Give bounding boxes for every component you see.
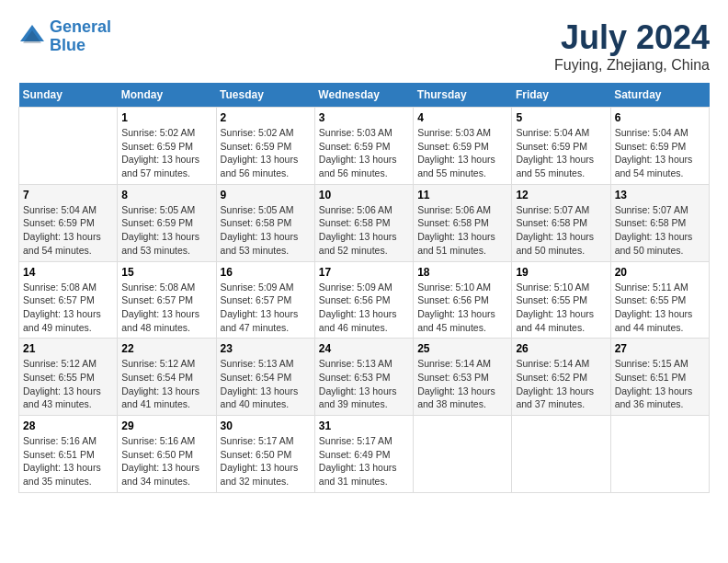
day-number: 19 [516, 266, 606, 279]
calendar-cell: 29Sunrise: 5:16 AM Sunset: 6:50 PM Dayli… [118, 416, 216, 493]
title-block: July 2024 Fuying, Zhejiang, China [554, 18, 710, 74]
day-number: 6 [615, 111, 705, 124]
calendar-cell: 15Sunrise: 5:08 AM Sunset: 6:57 PM Dayli… [118, 261, 216, 339]
calendar-cell: 3Sunrise: 5:03 AM Sunset: 6:59 PM Daylig… [314, 108, 413, 185]
day-info: Sunrise: 5:17 AM Sunset: 6:49 PM Dayligh… [319, 434, 409, 488]
day-info: Sunrise: 5:10 AM Sunset: 6:56 PM Dayligh… [417, 281, 507, 335]
day-number: 9 [221, 189, 311, 201]
day-info: Sunrise: 5:09 AM Sunset: 6:56 PM Dayligh… [319, 281, 409, 335]
calendar-cell: 5Sunrise: 5:04 AM Sunset: 6:59 PM Daylig… [512, 108, 610, 185]
logo: General Blue [18, 18, 111, 55]
day-number: 14 [23, 266, 113, 279]
calendar-week-5: 28Sunrise: 5:16 AM Sunset: 6:51 PM Dayli… [19, 416, 710, 493]
calendar-cell: 25Sunrise: 5:14 AM Sunset: 6:53 PM Dayli… [414, 339, 512, 416]
day-number: 7 [23, 189, 113, 201]
day-info: Sunrise: 5:07 AM Sunset: 6:58 PM Dayligh… [615, 203, 705, 258]
calendar-cell: 2Sunrise: 5:02 AM Sunset: 6:59 PM Daylig… [216, 108, 314, 185]
day-info: Sunrise: 5:02 AM Sunset: 6:59 PM Dayligh… [121, 126, 211, 180]
day-number: 13 [615, 189, 705, 201]
calendar-cell: 1Sunrise: 5:02 AM Sunset: 6:59 PM Daylig… [118, 108, 216, 185]
day-info: Sunrise: 5:08 AM Sunset: 6:57 PM Dayligh… [23, 281, 113, 335]
calendar-cell: 7Sunrise: 5:04 AM Sunset: 6:59 PM Daylig… [19, 184, 118, 261]
day-number: 26 [516, 342, 606, 355]
calendar-week-2: 7Sunrise: 5:04 AM Sunset: 6:59 PM Daylig… [19, 184, 710, 261]
day-info: Sunrise: 5:02 AM Sunset: 6:59 PM Dayligh… [221, 126, 311, 180]
day-info: Sunrise: 5:12 AM Sunset: 6:54 PM Dayligh… [121, 357, 211, 411]
day-number: 22 [121, 342, 211, 355]
page-header: General Blue July 2024 Fuying, Zhejiang,… [18, 18, 710, 74]
day-number: 29 [121, 419, 211, 432]
calendar-week-4: 21Sunrise: 5:12 AM Sunset: 6:55 PM Dayli… [19, 339, 710, 416]
weekday-wednesday: Wednesday [314, 83, 413, 108]
day-number: 23 [221, 342, 311, 355]
calendar-cell: 28Sunrise: 5:16 AM Sunset: 6:51 PM Dayli… [19, 416, 118, 493]
calendar-body: 1Sunrise: 5:02 AM Sunset: 6:59 PM Daylig… [19, 108, 710, 493]
day-info: Sunrise: 5:04 AM Sunset: 6:59 PM Dayligh… [23, 203, 113, 258]
day-info: Sunrise: 5:04 AM Sunset: 6:59 PM Dayligh… [615, 126, 705, 180]
calendar-cell: 30Sunrise: 5:17 AM Sunset: 6:50 PM Dayli… [216, 416, 314, 493]
day-number: 16 [221, 266, 311, 279]
logo-icon [18, 23, 46, 51]
day-number: 1 [121, 111, 211, 124]
calendar-cell: 26Sunrise: 5:14 AM Sunset: 6:52 PM Dayli… [512, 339, 610, 416]
calendar-cell: 16Sunrise: 5:09 AM Sunset: 6:57 PM Dayli… [216, 261, 314, 339]
weekday-monday: Monday [118, 83, 216, 108]
day-number: 17 [319, 266, 409, 279]
calendar-cell: 24Sunrise: 5:13 AM Sunset: 6:53 PM Dayli… [314, 339, 413, 416]
day-info: Sunrise: 5:06 AM Sunset: 6:58 PM Dayligh… [417, 203, 507, 258]
calendar-cell: 8Sunrise: 5:05 AM Sunset: 6:59 PM Daylig… [118, 184, 216, 261]
calendar-cell [512, 416, 610, 493]
day-info: Sunrise: 5:14 AM Sunset: 6:53 PM Dayligh… [417, 357, 507, 411]
day-info: Sunrise: 5:09 AM Sunset: 6:57 PM Dayligh… [221, 281, 311, 335]
calendar-cell: 20Sunrise: 5:11 AM Sunset: 6:55 PM Dayli… [610, 261, 709, 339]
day-info: Sunrise: 5:13 AM Sunset: 6:53 PM Dayligh… [319, 357, 409, 411]
calendar-cell: 23Sunrise: 5:13 AM Sunset: 6:54 PM Dayli… [216, 339, 314, 416]
day-info: Sunrise: 5:05 AM Sunset: 6:58 PM Dayligh… [221, 203, 311, 258]
calendar-cell [610, 416, 709, 493]
day-number: 12 [516, 189, 606, 201]
calendar-cell: 19Sunrise: 5:10 AM Sunset: 6:55 PM Dayli… [512, 261, 610, 339]
day-number: 20 [615, 266, 705, 279]
calendar-cell: 4Sunrise: 5:03 AM Sunset: 6:59 PM Daylig… [414, 108, 512, 185]
day-info: Sunrise: 5:06 AM Sunset: 6:58 PM Dayligh… [319, 203, 409, 258]
day-number: 15 [121, 266, 211, 279]
day-info: Sunrise: 5:08 AM Sunset: 6:57 PM Dayligh… [121, 281, 211, 335]
day-number: 2 [221, 111, 311, 124]
calendar-cell [19, 108, 118, 185]
day-info: Sunrise: 5:14 AM Sunset: 6:52 PM Dayligh… [516, 357, 606, 411]
calendar-cell: 21Sunrise: 5:12 AM Sunset: 6:55 PM Dayli… [19, 339, 118, 416]
calendar-cell: 17Sunrise: 5:09 AM Sunset: 6:56 PM Dayli… [314, 261, 413, 339]
weekday-saturday: Saturday [610, 83, 709, 108]
weekday-sunday: Sunday [19, 83, 118, 108]
day-number: 30 [221, 419, 311, 432]
calendar-cell: 31Sunrise: 5:17 AM Sunset: 6:49 PM Dayli… [314, 416, 413, 493]
calendar-cell [414, 416, 512, 493]
day-number: 11 [417, 189, 507, 201]
weekday-tuesday: Tuesday [216, 83, 314, 108]
day-info: Sunrise: 5:10 AM Sunset: 6:55 PM Dayligh… [516, 281, 606, 335]
calendar-cell: 10Sunrise: 5:06 AM Sunset: 6:58 PM Dayli… [314, 184, 413, 261]
main-title: July 2024 [554, 18, 710, 57]
day-info: Sunrise: 5:13 AM Sunset: 6:54 PM Dayligh… [221, 357, 311, 411]
calendar-week-3: 14Sunrise: 5:08 AM Sunset: 6:57 PM Dayli… [19, 261, 710, 339]
day-number: 8 [121, 189, 211, 201]
day-info: Sunrise: 5:03 AM Sunset: 6:59 PM Dayligh… [417, 126, 507, 180]
day-info: Sunrise: 5:16 AM Sunset: 6:51 PM Dayligh… [23, 434, 113, 488]
calendar-cell: 13Sunrise: 5:07 AM Sunset: 6:58 PM Dayli… [610, 184, 709, 261]
weekday-friday: Friday [512, 83, 610, 108]
day-number: 4 [417, 111, 507, 124]
day-info: Sunrise: 5:15 AM Sunset: 6:51 PM Dayligh… [615, 357, 705, 411]
logo-line2: Blue [50, 36, 85, 54]
day-number: 24 [319, 342, 409, 355]
weekday-thursday: Thursday [414, 83, 512, 108]
day-number: 28 [23, 419, 113, 432]
weekday-header-row: SundayMondayTuesdayWednesdayThursdayFrid… [19, 83, 710, 108]
calendar-cell: 11Sunrise: 5:06 AM Sunset: 6:58 PM Dayli… [414, 184, 512, 261]
day-info: Sunrise: 5:05 AM Sunset: 6:59 PM Dayligh… [121, 203, 211, 258]
calendar-cell: 9Sunrise: 5:05 AM Sunset: 6:58 PM Daylig… [216, 184, 314, 261]
logo-line1: General [50, 17, 111, 36]
day-number: 31 [319, 419, 409, 432]
calendar-cell: 12Sunrise: 5:07 AM Sunset: 6:58 PM Dayli… [512, 184, 610, 261]
day-number: 3 [319, 111, 409, 124]
logo-text: General Blue [50, 18, 111, 55]
